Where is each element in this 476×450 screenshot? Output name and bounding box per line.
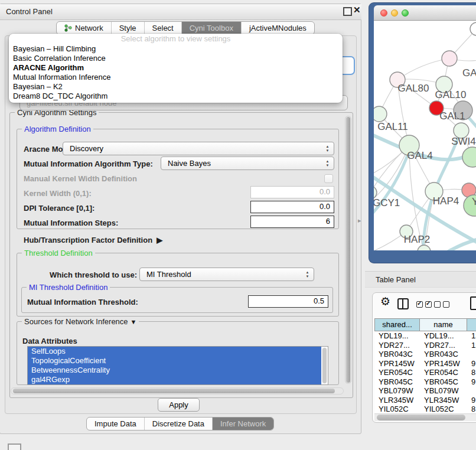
mi-algorithm-type-label: Mutual Information Algorithm Type: bbox=[24, 159, 153, 169]
tab-jactivemnodules[interactable]: jActiveMNodules bbox=[241, 22, 314, 34]
scrollbar-thumb[interactable] bbox=[13, 389, 335, 393]
table-cell: 12 bbox=[467, 341, 476, 350]
table-cell: 13 bbox=[467, 331, 476, 341]
table-row[interactable]: YBL079WYBL079W bbox=[374, 386, 476, 396]
scrollbar-thumb[interactable] bbox=[322, 348, 327, 383]
network-node-bottom-partial[interactable] bbox=[418, 245, 431, 250]
minimize-traffic-light[interactable] bbox=[391, 9, 398, 17]
aracne-mode-combo[interactable]: Discovery ▲▼ bbox=[63, 142, 334, 155]
network-graph: GALGAL80GAL10GAL1GAL11SWI4GAL4GCY1HAP4YH… bbox=[374, 21, 476, 250]
tab-infer-network[interactable]: Infer Network bbox=[212, 418, 273, 430]
tab-style[interactable]: Style bbox=[111, 22, 144, 34]
network-icon bbox=[64, 24, 72, 32]
which-threshold-combo[interactable]: MI Threshold ▲▼ bbox=[139, 268, 314, 281]
network-node-swi4[interactable] bbox=[462, 147, 476, 167]
mi-threshold-definition-title: MI Threshold Definition bbox=[27, 283, 110, 292]
column-header-a[interactable]: A bbox=[467, 318, 476, 331]
deselect-all-icon[interactable] bbox=[434, 301, 449, 308]
gear-icon[interactable]: ⚙ bbox=[380, 295, 390, 308]
network-node-gal-partial[interactable] bbox=[442, 51, 457, 66]
table-cell: 8. bbox=[467, 368, 476, 377]
column-header-shared[interactable]: shared... bbox=[374, 318, 420, 331]
manual-kernel-width-checkbox[interactable] bbox=[324, 174, 333, 183]
popup-item-bayesian-hill-climbing[interactable]: Bayesian – Hill Climbing bbox=[9, 44, 343, 54]
table-cell: YLR345W bbox=[420, 396, 467, 405]
unchecked-box-icon bbox=[443, 301, 449, 308]
table-cell: YDL19... bbox=[374, 331, 420, 341]
bottom-left-widget[interactable] bbox=[8, 444, 21, 450]
node-label-swi4: SWI4 bbox=[451, 136, 476, 147]
mi-steps-field[interactable]: 6 bbox=[250, 216, 334, 228]
network-node-gal11[interactable] bbox=[374, 106, 387, 122]
kernel-width-field[interactable]: 0.0 bbox=[250, 186, 334, 198]
network-node-unlabeled-top[interactable] bbox=[470, 22, 476, 35]
settings-vertical-scrollbar[interactable] bbox=[345, 116, 351, 384]
list-vertical-scrollbar[interactable] bbox=[322, 347, 327, 384]
table-panel: ⚙ shared...nameA YDL19...YDL19...13YDR27… bbox=[372, 292, 476, 423]
table-horizontal-scrollbar[interactable] bbox=[374, 413, 476, 421]
cyni-mode-tab-bar: Impute DataDiscretize DataInfer Network bbox=[86, 417, 274, 431]
close-traffic-light[interactable] bbox=[380, 9, 387, 17]
split-view-icon[interactable] bbox=[397, 298, 409, 309]
mi-threshold-field[interactable]: 0.5 bbox=[248, 295, 328, 308]
stepper-arrows-icon: ▲▼ bbox=[324, 159, 331, 168]
popup-item-dream8-dc-tdc-algorithm[interactable]: Dream8 DC_TDC Algorithm bbox=[9, 92, 343, 101]
table-cell: YIL052C bbox=[420, 405, 467, 413]
scrollbar-thumb[interactable] bbox=[377, 415, 465, 420]
table-cell bbox=[467, 350, 476, 359]
tab-discretize-data[interactable]: Discretize Data bbox=[144, 418, 212, 430]
network-window-titlebar[interactable] bbox=[374, 5, 476, 21]
document-icon[interactable] bbox=[470, 296, 476, 310]
table-row[interactable]: YBR043CYBR043C bbox=[374, 350, 476, 359]
close-panel-button[interactable]: ✕ bbox=[353, 5, 361, 15]
dpi-tolerance-label: DPI Tolerance [0,1]: bbox=[24, 204, 94, 213]
tab-select[interactable]: Select bbox=[144, 22, 181, 34]
algorithm-definition-title: Algorithm Definition bbox=[22, 125, 93, 133]
popup-item-basic-correlation-inference[interactable]: Basic Correlation Inference bbox=[9, 54, 343, 63]
mi-threshold-label: Mutual Information Threshold: bbox=[27, 298, 138, 307]
settings-horizontal-scrollbar[interactable] bbox=[11, 387, 344, 394]
table-cell: 8. bbox=[467, 405, 476, 413]
tab-network[interactable]: Network bbox=[57, 22, 111, 34]
panel-divider-arrow[interactable]: ▸ bbox=[358, 217, 361, 224]
tab-impute-data[interactable]: Impute Data bbox=[87, 418, 144, 430]
attribute-item-betweennesscentrality[interactable]: BetweennessCentrality bbox=[28, 366, 321, 375]
float-window-button[interactable] bbox=[343, 7, 352, 16]
node-label-gal11: GAL11 bbox=[377, 121, 408, 132]
table-row[interactable]: YBR045CYBR045C9. bbox=[374, 377, 476, 387]
apply-button[interactable]: Apply bbox=[158, 398, 200, 412]
hub-definition-toggle[interactable]: Hub/Transcription Factor Definition▶ bbox=[24, 236, 162, 245]
table-row[interactable]: YIL052CYIL052C8. bbox=[374, 405, 476, 413]
popup-item-bayesian-k2[interactable]: Bayesian – K2 bbox=[9, 82, 343, 92]
table-row[interactable]: YLR345WYLR345W9. bbox=[374, 396, 476, 405]
scrollbar-thumb[interactable] bbox=[346, 117, 350, 383]
zoom-traffic-light[interactable] bbox=[402, 9, 409, 17]
node-label-gal10: GAL10 bbox=[435, 89, 467, 100]
attribute-item-gal4rgexp[interactable]: gal4RGexp bbox=[28, 375, 321, 384]
sources-group-title[interactable]: Sources for Network Inference▼ bbox=[22, 317, 139, 327]
dpi-tolerance-field[interactable]: 0.0 bbox=[250, 201, 334, 213]
column-header-name[interactable]: name bbox=[420, 318, 467, 331]
mi-algorithm-type-combo[interactable]: Naive Bayes ▲▼ bbox=[161, 156, 334, 170]
data-attributes-list[interactable]: SelfLoopsTopologicalCoefficientBetweenne… bbox=[27, 346, 328, 385]
control-panel-titlebar[interactable]: Control Panel bbox=[0, 4, 361, 20]
table-row[interactable]: YPR145WYPR145W9. bbox=[374, 359, 476, 369]
table-row[interactable]: YER054CYER054C8. bbox=[374, 368, 476, 377]
table-row[interactable]: YDR27...YDR27...12 bbox=[374, 341, 476, 350]
attribute-item-topologicalcoefficient[interactable]: TopologicalCoefficient bbox=[28, 356, 321, 366]
tab-cyni-toolbox[interactable]: Cyni Toolbox bbox=[181, 22, 241, 34]
control-panel-tab-bar: NetworkStyleSelectCyni ToolboxjActiveMNo… bbox=[56, 21, 315, 35]
network-view-window[interactable]: GALGAL80GAL10GAL1GAL11SWI4GAL4GCY1HAP4YH… bbox=[369, 3, 476, 263]
table-cell: YDL19... bbox=[420, 331, 467, 341]
attribute-item-selfloops[interactable]: SelfLoops bbox=[28, 347, 321, 356]
table-cell: YPR145W bbox=[374, 359, 420, 369]
popup-item-aracne-algorithm[interactable]: ARACNE Algorithm bbox=[9, 63, 343, 73]
table-cell: YBL079W bbox=[420, 386, 467, 396]
network-canvas[interactable]: GALGAL80GAL10GAL1GAL11SWI4GAL4GCY1HAP4YH… bbox=[374, 21, 476, 250]
popup-item-mutual-information-inference[interactable]: Mutual Information Inference bbox=[9, 73, 343, 82]
table-row[interactable]: YDL19...YDL19...13 bbox=[374, 331, 476, 341]
table-cell: 9. bbox=[467, 396, 476, 405]
table-cell: YBL079W bbox=[374, 386, 420, 396]
table-panel-titlebar[interactable]: Table Panel bbox=[365, 271, 476, 288]
select-all-icon[interactable] bbox=[416, 301, 432, 308]
